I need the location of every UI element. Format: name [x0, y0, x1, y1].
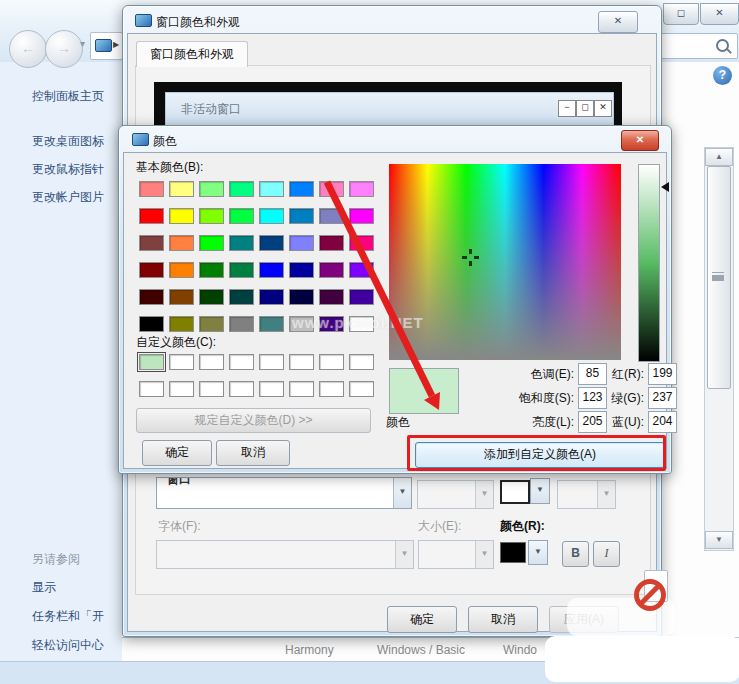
appearance-close-button[interactable]: ✕ [598, 11, 638, 33]
color-swatch[interactable] [319, 289, 344, 305]
theme-item[interactable]: Windows / Basic [377, 643, 465, 657]
appearance-cancel-button[interactable]: 取消 [468, 606, 538, 633]
color-swatch[interactable] [199, 354, 224, 370]
sidebar-item-display[interactable]: 显示 [32, 579, 56, 596]
color-swatch[interactable] [169, 316, 194, 332]
color-swatch[interactable] [259, 354, 284, 370]
breadcrumb[interactable]: ▶ [90, 32, 123, 60]
color-swatch[interactable] [199, 316, 224, 332]
color-swatch[interactable] [199, 289, 224, 305]
color-swatch[interactable] [229, 354, 254, 370]
help-button[interactable]: ? [713, 66, 732, 85]
color-swatch[interactable] [139, 235, 164, 251]
bold-button[interactable]: B [562, 541, 589, 567]
color-swatch[interactable] [319, 208, 344, 224]
color-swatch[interactable] [289, 262, 314, 278]
font-combo[interactable]: ▼ [156, 540, 414, 569]
item-combo[interactable]: 窗口 ▼ [156, 477, 412, 509]
scrollbar-up-button[interactable]: ▲ [705, 148, 733, 166]
luminance-slider-arrow[interactable] [661, 182, 669, 192]
color-swatch[interactable] [259, 289, 284, 305]
color-swatch[interactable] [289, 289, 314, 305]
hue-input[interactable]: 85 [578, 363, 607, 385]
color-swatch[interactable] [199, 235, 224, 251]
saturation-input[interactable]: 123 [578, 387, 607, 409]
color-swatch[interactable] [229, 208, 254, 224]
color-swatch[interactable] [259, 208, 284, 224]
define-custom-colors-button[interactable]: 规定自定义颜色(D) >> [136, 408, 371, 433]
color-swatch[interactable] [169, 208, 194, 224]
color-swatch[interactable] [349, 208, 374, 224]
sidebar-item-account-picture[interactable]: 更改帐户图片 [32, 189, 104, 206]
color-swatch[interactable] [259, 235, 284, 251]
size-combo[interactable]: ▼ [418, 540, 494, 569]
color-swatch[interactable] [349, 181, 374, 197]
color-swatch[interactable] [289, 181, 314, 197]
italic-button[interactable]: I [593, 541, 620, 567]
theme-item[interactable]: Windo [503, 643, 537, 657]
item-color1-combo[interactable]: ▼ [500, 478, 550, 507]
color-swatch[interactable] [229, 316, 254, 332]
item-size-combo[interactable]: ▼ [417, 480, 494, 509]
color-swatch[interactable] [139, 208, 164, 224]
color-swatch[interactable] [139, 289, 164, 305]
color-swatch[interactable] [139, 181, 164, 197]
color-swatch[interactable] [349, 289, 374, 305]
color-swatch[interactable] [349, 262, 374, 278]
color-swatch[interactable] [319, 262, 344, 278]
color-swatch[interactable] [169, 289, 194, 305]
back-button[interactable]: ← [9, 30, 47, 68]
color-swatch[interactable] [199, 262, 224, 278]
color-swatch[interactable] [259, 262, 284, 278]
theme-item[interactable]: Harmony [285, 643, 334, 657]
sidebar-item-taskbar[interactable]: 任务栏和「开 [32, 608, 104, 625]
color-swatch[interactable] [139, 262, 164, 278]
color-swatch[interactable] [169, 354, 194, 370]
color-swatch[interactable] [199, 181, 224, 197]
search-input[interactable] [657, 33, 738, 59]
color-swatch[interactable] [289, 354, 314, 370]
maximize-button[interactable]: ◻ [663, 3, 699, 25]
color-ok-button[interactable]: 确定 [142, 440, 212, 466]
color-swatch[interactable] [349, 354, 374, 370]
color-swatch[interactable] [289, 235, 314, 251]
color-swatch[interactable] [259, 181, 284, 197]
color-swatch[interactable] [259, 316, 284, 332]
color-swatch[interactable] [139, 381, 164, 397]
sidebar-item-desktop-icons[interactable]: 更改桌面图标 [32, 133, 104, 150]
color-swatch[interactable] [139, 316, 164, 332]
color-swatch[interactable] [229, 181, 254, 197]
sidebar-item-mouse-pointers[interactable]: 更改鼠标指针 [32, 161, 104, 178]
color-swatch[interactable] [229, 381, 254, 397]
color-swatch[interactable] [319, 381, 344, 397]
color-swatch[interactable] [139, 354, 164, 370]
green-input[interactable]: 237 [648, 387, 677, 409]
color-close-button[interactable]: ✕ [621, 130, 659, 151]
luminance-bar[interactable] [638, 164, 660, 362]
forward-button[interactable]: → [45, 30, 83, 68]
appearance-ok-button[interactable]: 确定 [387, 606, 457, 633]
color-swatch[interactable] [199, 208, 224, 224]
color-swatch[interactable] [169, 262, 194, 278]
color-swatch[interactable] [289, 208, 314, 224]
color-swatch[interactable] [289, 381, 314, 397]
color-swatch[interactable] [229, 235, 254, 251]
scrollbar-thumb[interactable] [707, 166, 731, 389]
chevron-down-icon[interactable]: ▾ [80, 38, 85, 49]
text-color-combo[interactable]: ▼ [500, 540, 550, 567]
color-swatch[interactable] [349, 381, 374, 397]
luminance-input[interactable]: 205 [578, 411, 607, 433]
color-cancel-button[interactable]: 取消 [216, 440, 290, 466]
color-swatch[interactable] [169, 235, 194, 251]
color-swatch[interactable] [259, 381, 284, 397]
close-button[interactable]: ✕ [700, 3, 739, 25]
item-color2-combo[interactable]: ▼ [557, 480, 616, 509]
tab-window-color[interactable]: 窗口颜色和外观 [136, 41, 248, 67]
blue-input[interactable]: 204 [648, 411, 677, 433]
color-swatch[interactable] [319, 354, 344, 370]
color-swatch[interactable] [199, 381, 224, 397]
scrollbar-down-button[interactable]: ▼ [705, 531, 733, 549]
sidebar-item-control-panel-home[interactable]: 控制面板主页 [32, 88, 104, 105]
red-input[interactable]: 199 [648, 363, 677, 385]
color-swatch[interactable] [229, 289, 254, 305]
